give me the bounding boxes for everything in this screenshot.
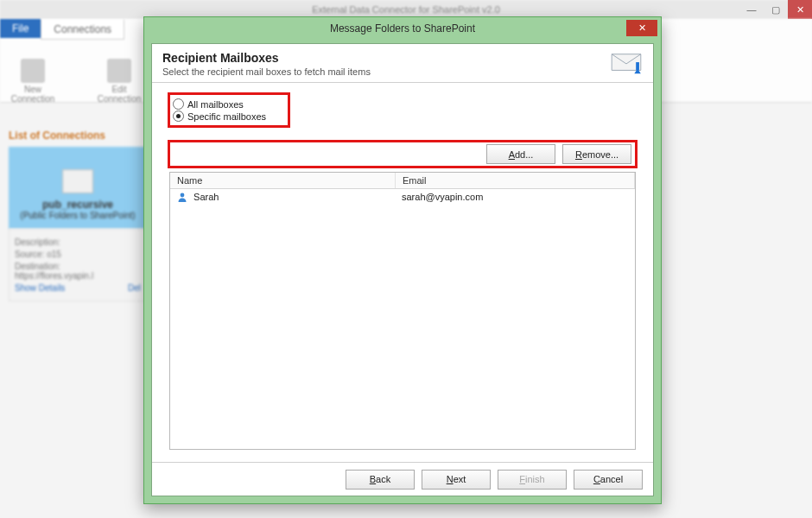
bg-meta-show: Show Details — [15, 283, 65, 293]
add-label-rest: dd... — [515, 149, 533, 160]
mailbox-scope-radio-group: All mailboxes Specific mailboxes — [169, 94, 289, 126]
bg-minimize-button: — — [739, 0, 764, 19]
user-icon — [177, 192, 187, 202]
bg-btn-new-connection: New Connection — [7, 59, 59, 104]
radio-specific-mailboxes[interactable]: Specific mailboxes — [173, 111, 266, 122]
cell-name: Sarah — [193, 192, 219, 202]
finish-button: Finish — [498, 470, 567, 490]
bg-meta: Description: Source: o15 Destination: ht… — [9, 229, 147, 301]
back-button[interactable]: Back — [346, 470, 415, 490]
wizard-footer: Back Next Finish Cancel — [152, 462, 653, 496]
radio-icon — [173, 111, 184, 122]
close-icon: ✕ — [638, 22, 646, 34]
bg-panel-title: List of Connections — [9, 130, 147, 142]
page-title: Recipient Mailboxes — [162, 51, 371, 65]
bg-window-buttons: — ▢ ✕ — [739, 0, 812, 19]
bg-btn-edit-connection: Edit Connection — [93, 59, 145, 104]
bg-close-button: ✕ — [788, 0, 812, 19]
remove-button[interactable]: Remove... — [562, 144, 631, 164]
bg-connections-panel: List of Connections pub_recursive (Publi… — [9, 130, 147, 301]
bg-meta-del: Del — [128, 283, 141, 293]
bg-card-sub: (Public Folders to SharePoint) — [9, 211, 147, 220]
dialog-title: Message Folders to SharePoint — [330, 22, 475, 35]
add-button[interactable]: Add... — [486, 144, 555, 164]
cancel-button[interactable]: Cancel — [574, 470, 643, 490]
remove-label-rest: emove... — [582, 149, 619, 160]
wizard-header: Recipient Mailboxes Select the recipient… — [152, 44, 653, 83]
bg-meta-src: Source: o15 — [15, 250, 141, 259]
bg-meta-desc: Description: — [15, 237, 141, 247]
bg-btn-new-label: New Connection — [11, 85, 55, 104]
page-subtitle: Select the recipient mail boxes to fetch… — [162, 66, 371, 77]
dialog-titlebar[interactable]: Message Folders to SharePoint ✕ — [144, 17, 661, 40]
col-header-name[interactable]: Name — [170, 173, 396, 188]
bg-tab-file: File — [0, 19, 41, 38]
bg-card-icon — [62, 169, 93, 193]
mailbox-action-row: Add... Remove... — [169, 142, 636, 167]
bg-meta-dest: Destination: https://flores.vyapin.l — [15, 262, 141, 281]
bg-connection-card: pub_recursive (Public Folders to SharePo… — [9, 147, 147, 229]
col-header-email[interactable]: Email — [396, 173, 635, 188]
radio-icon — [173, 98, 184, 110]
bg-title: External Data Connector for SharePoint v… — [312, 4, 500, 15]
dialog-close-button[interactable]: ✕ — [626, 20, 657, 36]
bg-card-name: pub_recursive — [9, 199, 147, 211]
grid-header[interactable]: Name Email — [170, 173, 635, 189]
svg-point-3 — [181, 193, 185, 198]
bg-tab-connections: Connections — [41, 19, 124, 40]
svg-rect-2 — [636, 62, 639, 70]
radio-all-mailboxes[interactable]: All mailboxes — [173, 98, 266, 110]
next-button[interactable]: Next — [422, 470, 491, 490]
bg-btn-edit-label: Edit Connection — [98, 85, 142, 104]
radio-all-label: All mailboxes — [187, 99, 244, 110]
bg-maximize-button: ▢ — [764, 0, 788, 19]
wizard-dialog: Message Folders to SharePoint ✕ Recipien… — [143, 16, 662, 504]
dialog-body: Recipient Mailboxes Select the recipient… — [151, 43, 654, 496]
wizard-content: All mailboxes Specific mailboxes Add... … — [152, 85, 653, 461]
mail-upload-icon — [610, 51, 643, 75]
table-row[interactable]: Sarah sarah@vyapin.com — [170, 189, 635, 205]
cell-email: sarah@vyapin.com — [395, 189, 635, 205]
radio-specific-label: Specific mailboxes — [187, 111, 266, 122]
mailboxes-grid[interactable]: Name Email Sarah sarah@vyapin.com — [169, 172, 636, 450]
